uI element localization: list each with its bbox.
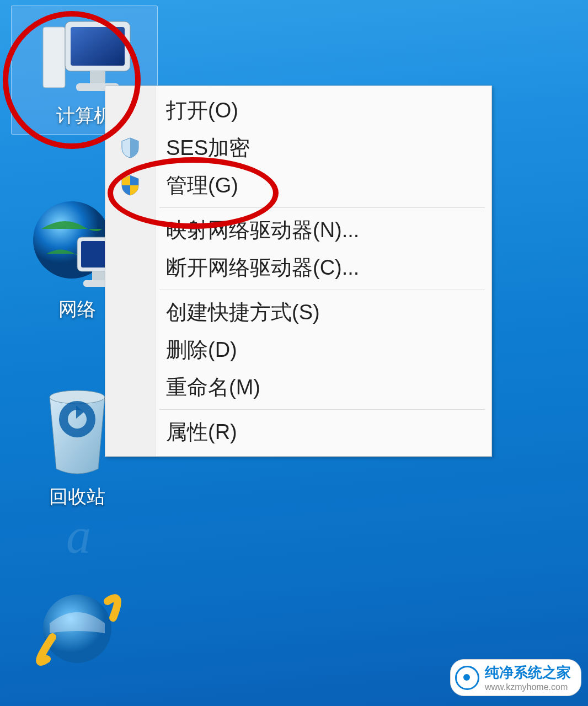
- desktop-icon-ie[interactable]: [17, 579, 138, 677]
- menu-item-label: 创建快捷方式(S): [166, 301, 320, 324]
- menu-item-label: 删除(D): [166, 338, 237, 361]
- uac-shield-icon: [119, 174, 141, 196]
- bg-watermark: a: [66, 507, 91, 564]
- menu-item-label: 重命名(M): [166, 376, 260, 399]
- shield-icon: [119, 137, 141, 159]
- svg-rect-3: [90, 71, 105, 83]
- menu-separator: [159, 290, 485, 290]
- watermark-badge: 纯净系统之家 www.kzmyhome.com: [450, 659, 581, 696]
- menu-item-map-drive[interactable]: 映射网络驱动器(N)...: [105, 211, 491, 249]
- watermark-url: www.kzmyhome.com: [485, 682, 571, 692]
- svg-rect-0: [43, 27, 65, 88]
- internet-explorer-icon: [30, 579, 124, 673]
- menu-item-manage[interactable]: 管理(G): [105, 167, 491, 204]
- menu-item-label: 断开网络驱动器(C)...: [166, 256, 359, 279]
- menu-item-rename[interactable]: 重命名(M): [105, 368, 491, 406]
- menu-item-label: 管理(G): [166, 174, 238, 197]
- menu-item-label: SES加密: [166, 136, 250, 159]
- menu-item-create-shortcut[interactable]: 创建快捷方式(S): [105, 293, 491, 331]
- menu-item-delete[interactable]: 删除(D): [105, 331, 491, 368]
- svg-rect-2: [71, 27, 125, 66]
- menu-separator: [159, 409, 485, 410]
- menu-item-label: 映射网络驱动器(N)...: [166, 218, 359, 242]
- desktop[interactable]: a y a y a 计算机 网络: [0, 0, 588, 706]
- desktop-icon-label: 计算机: [56, 105, 113, 126]
- menu-item-disconnect-drive[interactable]: 断开网络驱动器(C)...: [105, 249, 491, 286]
- menu-item-properties[interactable]: 属性(R): [105, 413, 491, 451]
- desktop-icon-label: 网络: [58, 298, 96, 319]
- watermark-brand: 纯净系统之家: [485, 663, 571, 682]
- menu-item-ses-encrypt[interactable]: SES加密: [105, 129, 491, 167]
- watermark-logo-icon: [455, 666, 479, 690]
- context-menu: 打开(O) SES加密 管理(G) 映射网络驱动器(N)... 断开网络驱动器(: [105, 85, 492, 457]
- menu-item-label: 打开(O): [166, 99, 238, 122]
- desktop-icon-label: 回收站: [49, 486, 105, 507]
- menu-separator: [159, 207, 485, 208]
- menu-item-label: 属性(R): [166, 420, 237, 443]
- menu-item-open[interactable]: 打开(O): [105, 92, 491, 129]
